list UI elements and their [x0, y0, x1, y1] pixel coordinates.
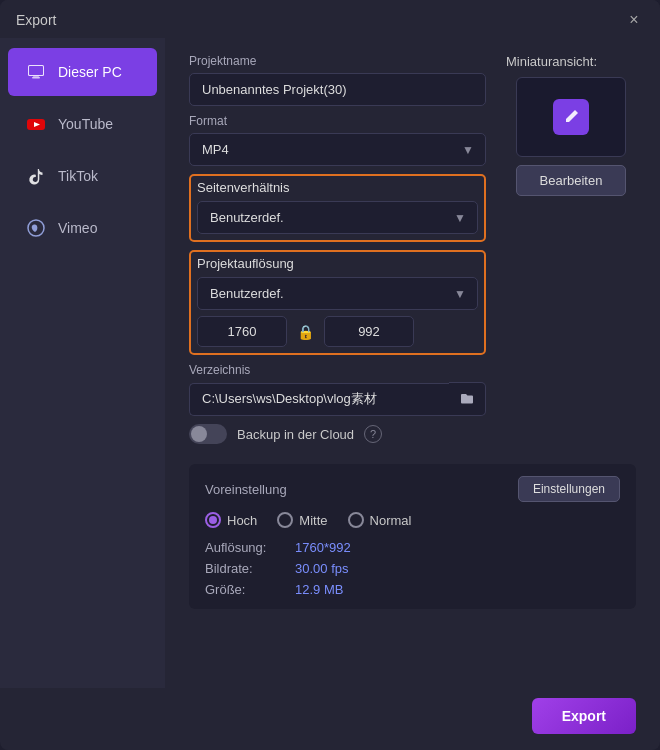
radio-hoch-circle — [205, 512, 221, 528]
form-area: Projektname Format MP4 MOV AVI ▼ — [189, 54, 486, 450]
radio-mitte-label: Mitte — [299, 513, 327, 528]
aspect-ratio-label: Seitenverhältnis — [197, 180, 478, 195]
sidebar-item-dieser-pc[interactable]: Dieser PC — [8, 48, 157, 96]
aspect-select[interactable]: Benutzerdef. 16:9 4:3 1:1 — [197, 201, 478, 234]
export-button[interactable]: Export — [532, 698, 636, 734]
backup-label: Backup in der Cloud — [237, 427, 354, 442]
window-title: Export — [16, 12, 56, 28]
resolution-section: Projektauflösung Benutzerdef. 1920×1080 … — [189, 250, 486, 355]
radio-hoch-label: Hoch — [227, 513, 257, 528]
resolution-width-input[interactable] — [197, 316, 287, 347]
aspect-select-wrapper: Benutzerdef. 16:9 4:3 1:1 ▼ — [197, 201, 478, 234]
project-name-input[interactable] — [189, 73, 486, 106]
sidebar-item-tiktok[interactable]: TikTok — [8, 152, 157, 200]
sidebar-label-dieser-pc: Dieser PC — [58, 64, 122, 80]
info-bildrate: Bildrate: 30.00 fps — [205, 561, 620, 576]
resolution-inputs-row: 🔒 — [197, 316, 478, 347]
aspect-ratio-section: Seitenverhältnis Benutzerdef. 16:9 4:3 1… — [189, 174, 486, 242]
format-select[interactable]: MP4 MOV AVI — [189, 133, 486, 166]
svg-rect-2 — [29, 66, 43, 75]
settings-button[interactable]: Einstellungen — [518, 476, 620, 502]
radio-normal-circle — [348, 512, 364, 528]
title-bar: Export × — [0, 0, 660, 38]
project-name-label: Projektname — [189, 54, 486, 68]
help-icon[interactable]: ? — [364, 425, 382, 443]
format-label: Format — [189, 114, 486, 128]
directory-group: Verzeichnis — [189, 363, 486, 416]
sidebar: Dieser PC YouTube TikTo — [0, 38, 165, 688]
sidebar-label-tiktok: TikTok — [58, 168, 98, 184]
tiktok-icon — [24, 164, 48, 188]
lock-icon: 🔒 — [297, 324, 314, 340]
edit-button[interactable]: Bearbeiten — [516, 165, 626, 196]
directory-input[interactable] — [189, 383, 449, 416]
radio-hoch[interactable]: Hoch — [205, 512, 257, 528]
footer: Export — [0, 688, 660, 750]
export-window: Export × Dieser PC — [0, 0, 660, 750]
radio-normal-label: Normal — [370, 513, 412, 528]
folder-icon — [459, 391, 475, 407]
info-grid: Auflösung: 1760*992 Bildrate: 30.00 fps … — [205, 540, 620, 597]
close-button[interactable]: × — [624, 10, 644, 30]
preset-label: Voreinstellung — [205, 482, 287, 497]
preview-label: Miniaturansicht: — [506, 54, 597, 69]
groesse-key: Größe: — [205, 582, 295, 597]
resolution-select-wrapper: Benutzerdef. 1920×1080 1280×720 3840×216… — [197, 277, 478, 310]
svg-rect-3 — [33, 76, 39, 77]
resolution-select[interactable]: Benutzerdef. 1920×1080 1280×720 3840×216… — [197, 277, 478, 310]
resolution-height-input[interactable] — [324, 316, 414, 347]
resolution-label: Projektauflösung — [197, 256, 478, 271]
vimeo-icon — [24, 216, 48, 240]
sidebar-item-youtube[interactable]: YouTube — [8, 100, 157, 148]
main-panel: Projektname Format MP4 MOV AVI ▼ — [165, 38, 660, 688]
sidebar-label-youtube: YouTube — [58, 116, 113, 132]
radio-mitte[interactable]: Mitte — [277, 512, 327, 528]
content-area: Dieser PC YouTube TikTo — [0, 38, 660, 688]
info-aufloesung: Auflösung: 1760*992 — [205, 540, 620, 555]
toggle-knob — [191, 426, 207, 442]
preset-row: Voreinstellung Einstellungen — [205, 476, 620, 502]
bildrate-key: Bildrate: — [205, 561, 295, 576]
radio-mitte-circle — [277, 512, 293, 528]
youtube-icon — [24, 112, 48, 136]
preview-pencil-icon — [553, 99, 589, 135]
groesse-val: 12.9 MB — [295, 582, 343, 597]
backup-row: Backup in der Cloud ? — [189, 424, 486, 444]
radio-normal[interactable]: Normal — [348, 512, 412, 528]
project-name-group: Projektname — [189, 54, 486, 106]
top-row: Projektname Format MP4 MOV AVI ▼ — [189, 54, 636, 450]
browse-button[interactable] — [449, 382, 486, 416]
aufloesung-val: 1760*992 — [295, 540, 351, 555]
info-groesse: Größe: 12.9 MB — [205, 582, 620, 597]
preview-thumbnail — [516, 77, 626, 157]
preset-section: Voreinstellung Einstellungen Hoch Mitte — [189, 464, 636, 609]
preview-area: Miniaturansicht: Bearbeiten — [506, 54, 636, 196]
path-row — [189, 382, 486, 416]
radio-hoch-inner — [209, 516, 217, 524]
sidebar-item-vimeo[interactable]: Vimeo — [8, 204, 157, 252]
backup-toggle[interactable] — [189, 424, 227, 444]
radio-row: Hoch Mitte Normal — [205, 512, 620, 528]
format-select-wrapper: MP4 MOV AVI ▼ — [189, 133, 486, 166]
sidebar-label-vimeo: Vimeo — [58, 220, 97, 236]
bildrate-val: 30.00 fps — [295, 561, 349, 576]
computer-icon — [24, 60, 48, 84]
aufloesung-key: Auflösung: — [205, 540, 295, 555]
format-group: Format MP4 MOV AVI ▼ — [189, 114, 486, 166]
svg-rect-1 — [32, 77, 40, 79]
directory-label: Verzeichnis — [189, 363, 486, 377]
